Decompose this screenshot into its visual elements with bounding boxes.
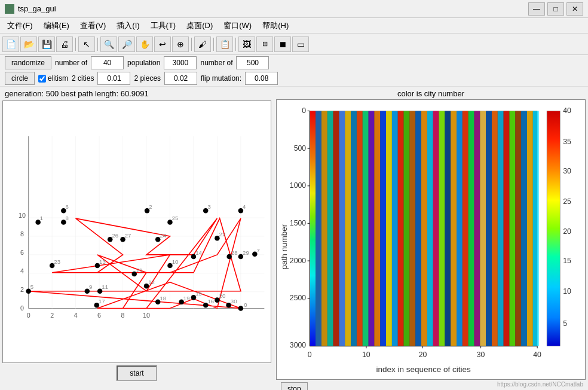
cities-input[interactable] [97,72,130,85]
toolbar-pan[interactable]: ✋ [136,36,153,52]
toolbar-sep4 [213,38,214,51]
toolbar-layout[interactable]: ▭ [292,36,309,52]
svg-rect-120 [468,111,474,346]
flip-mutation-input[interactable] [245,72,278,85]
start-button[interactable]: start [117,365,157,381]
svg-text:6: 6 [66,203,69,210]
menu-bar: 文件(F) 编辑(E) 查看(V) 插入(I) 工具(T) 桌面(D) 窗口(W… [0,18,588,33]
svg-text:5: 5 [563,319,567,328]
svg-rect-122 [480,111,486,346]
svg-text:index in sequence of cities: index in sequence of cities [376,365,471,374]
minimize-button[interactable]: — [528,2,545,16]
svg-rect-124 [492,111,498,346]
title-bar: tsp_ga_gui — □ ✕ [0,0,588,18]
svg-rect-112 [421,111,427,346]
svg-text:29: 29 [243,249,249,256]
svg-rect-127 [509,111,515,346]
svg-text:8: 8 [121,312,125,319]
menu-edit[interactable]: 编辑(E) [39,19,74,32]
toolbar-cursor[interactable]: ↖ [78,36,95,52]
app-icon [5,4,14,14]
svg-text:14: 14 [195,249,202,256]
svg-rect-130 [527,111,533,346]
tsp-plot: 0 2 4 6 8 10 0 2 4 6 8 10 [2,100,271,363]
maximize-button[interactable]: □ [547,2,564,16]
toolbar-open[interactable]: 📂 [20,36,37,52]
svg-text:16: 16 [207,298,214,304]
svg-text:30: 30 [231,298,237,304]
menu-desktop[interactable]: 桌面(D) [182,19,218,32]
toolbar-new[interactable]: 📄 [2,36,19,52]
svg-text:20: 20 [419,351,427,359]
svg-text:10: 10 [143,312,150,319]
svg-text:11: 11 [102,284,108,291]
svg-rect-96 [327,111,333,346]
svg-text:3000: 3000 [290,341,306,349]
number-of-input1[interactable] [91,56,124,69]
svg-rect-108 [398,111,404,346]
svg-text:25: 25 [563,197,571,206]
circle-button[interactable]: circle [5,72,35,85]
toolbar-data-cursor[interactable]: ⊕ [172,36,189,52]
toolbar-sep3 [191,38,192,51]
svg-rect-110 [409,111,415,346]
close-button[interactable]: ✕ [566,2,583,16]
stop-button[interactable]: stop [281,382,308,390]
pieces-input[interactable] [164,72,197,85]
svg-text:4: 4 [243,203,246,210]
svg-text:0: 0 [20,304,24,312]
svg-rect-93 [310,111,316,346]
toolbar-print[interactable]: 🖨 [56,36,73,52]
main-area: generation: 500 best path length: 60.909… [0,87,588,386]
svg-rect-126 [504,111,510,346]
window-controls: — □ ✕ [528,2,583,16]
svg-text:500: 500 [294,144,307,153]
svg-text:40: 40 [563,106,571,115]
svg-rect-95 [321,111,327,346]
svg-text:7: 7 [257,247,260,254]
svg-rect-97 [333,111,339,346]
svg-rect-131 [533,111,539,346]
svg-text:20: 20 [563,227,571,236]
watermark: https://blog.csdn.net/NCCmatlab [497,381,583,388]
svg-point-29 [238,306,244,311]
svg-rect-114 [433,111,439,346]
menu-view[interactable]: 查看(V) [75,19,111,32]
menu-help[interactable]: 帮助(H) [258,19,293,32]
number-of-input2[interactable] [236,56,269,69]
randomize-button[interactable]: randomize [5,56,51,69]
menu-file[interactable]: 文件(F) [2,19,38,32]
menu-tools[interactable]: 工具(T) [146,19,181,32]
toolbar-brush[interactable]: 🖌 [194,36,211,52]
status-line: generation: 500 best path length: 60.909… [2,89,271,98]
svg-rect-129 [521,111,527,346]
svg-rect-113 [427,111,433,346]
svg-rect-118 [457,111,463,346]
toolbar-stop-render[interactable]: ⏹ [274,36,291,52]
svg-text:1500: 1500 [290,219,306,227]
population-input[interactable] [164,56,197,69]
svg-text:26: 26 [112,232,118,239]
elitism-label: elitism [48,74,68,83]
toolbar-fig1[interactable]: 🖼 [238,36,255,52]
toolbar-zoom-out[interactable]: 🔎 [118,36,135,52]
toolbar-undo[interactable]: ↩ [154,36,171,52]
toolbar-zoom-in[interactable]: 🔍 [100,36,117,52]
svg-rect-99 [345,111,351,346]
number-of-label2: number of [200,59,232,67]
elitism-checkbox[interactable] [38,75,46,83]
svg-text:2: 2 [20,286,24,293]
toolbar-sep2 [97,38,98,51]
svg-rect-94 [316,111,321,346]
toolbar: 📄 📂 💾 🖨 ↖ 🔍 🔎 ✋ ↩ ⊕ 🖌 📋 🖼 ⊞ ⏹ ▭ [0,33,588,55]
toolbar-sep5 [235,38,236,51]
toolbar-save[interactable]: 💾 [38,36,55,52]
svg-text:13: 13 [99,258,106,265]
toolbar-fig2[interactable]: ⊞ [256,36,273,52]
toolbar-export[interactable]: 📋 [216,36,233,52]
svg-text:0: 0 [27,312,30,319]
menu-insert[interactable]: 插入(I) [112,19,144,32]
svg-rect-115 [439,111,445,346]
svg-text:23: 23 [54,258,60,265]
menu-window[interactable]: 窗口(W) [219,19,256,32]
